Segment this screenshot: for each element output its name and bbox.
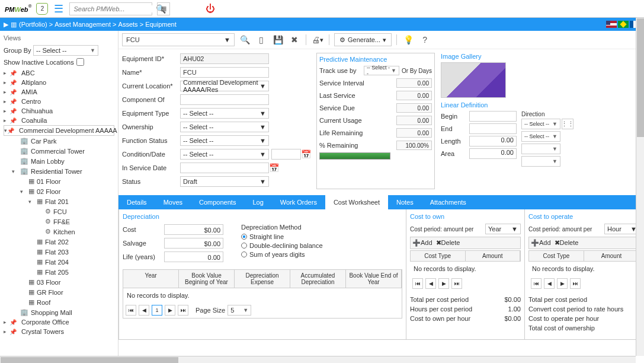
- direction-select-2[interactable]: -- Select --▼: [521, 131, 560, 142]
- tree-item[interactable]: ▦Roof: [4, 297, 114, 307]
- component_of-input[interactable]: [180, 94, 269, 105]
- own-cp-select[interactable]: Year▼: [485, 224, 521, 234]
- track-select[interactable]: -- Select --▼: [364, 66, 399, 75]
- tree-item[interactable]: ▸📌ABC: [4, 68, 114, 78]
- tab-notes[interactable]: Notes: [388, 195, 422, 209]
- tree-item[interactable]: ▾▦Flat 201: [4, 196, 114, 206]
- calendar-icon[interactable]: 📅: [269, 161, 278, 174]
- page-num[interactable]: 1: [152, 305, 162, 316]
- end-input[interactable]: [469, 123, 517, 134]
- page-size-select[interactable]: 5▼: [228, 305, 251, 316]
- save-icon[interactable]: 💾: [271, 33, 284, 46]
- tree-item[interactable]: 🏢Commercial Tower: [4, 146, 114, 156]
- tree-item[interactable]: ▦Flat 205: [4, 267, 114, 277]
- direction-select-4[interactable]: ▼: [521, 156, 560, 167]
- life-input[interactable]: 0.00: [164, 251, 223, 262]
- print-icon[interactable]: 🖨▾: [311, 33, 324, 46]
- generate-button[interactable]: ⚙Generate...▾: [334, 33, 392, 46]
- tree-item[interactable]: ▾🏢Residential Tower: [4, 166, 114, 176]
- flag-br[interactable]: [618, 21, 629, 28]
- tree-item[interactable]: ▸📌Crystal Towers: [4, 327, 114, 336]
- tree-item[interactable]: ▾▦02 Floor: [4, 186, 114, 196]
- op-delete[interactable]: ✖Delete: [555, 239, 579, 247]
- grab-icon[interactable]: ⋮⋮: [562, 119, 573, 129]
- op-add[interactable]: ➕Add: [531, 239, 551, 247]
- cost-input[interactable]: $0.00: [164, 224, 223, 235]
- page-prev[interactable]: ◀: [544, 278, 555, 289]
- own-add[interactable]: ➕Add: [412, 239, 432, 247]
- radio-straight[interactable]: Straight line: [241, 233, 323, 240]
- tree-item[interactable]: 🏢Shopping Mall: [4, 307, 114, 317]
- scrollbar-horizontal[interactable]: [0, 356, 636, 363]
- equip_type-select[interactable]: -- Select --▼: [180, 108, 269, 119]
- tree-item[interactable]: ▦GR Floor: [4, 287, 114, 297]
- tree-item[interactable]: ⚙Kitchen: [4, 227, 114, 237]
- location-select[interactable]: Commercial Development AAAAA/Res▼: [180, 81, 269, 91]
- bc-am[interactable]: Asset Management: [55, 21, 111, 28]
- scrollbar-vertical[interactable]: [636, 18, 644, 356]
- ownership-select[interactable]: -- Select --▼: [180, 122, 269, 132]
- tab-components[interactable]: Components: [191, 195, 244, 209]
- record-select[interactable]: FCU▼: [122, 33, 235, 46]
- menu-icon[interactable]: ☰: [54, 2, 63, 15]
- apps-icon[interactable]: ▦: [157, 2, 170, 15]
- tree-item[interactable]: ▸📌Corporate Office: [4, 317, 114, 327]
- page-last[interactable]: ⏭: [451, 278, 462, 289]
- own-delete[interactable]: ✖Delete: [436, 239, 460, 247]
- bc-portfolio[interactable]: (Portfolio): [19, 21, 47, 28]
- tree-item[interactable]: ▸📌Chihuahua: [4, 106, 114, 116]
- tree-item[interactable]: ▦Flat 204: [4, 257, 114, 267]
- page-next[interactable]: ▶: [165, 305, 175, 316]
- tree-item[interactable]: ⚙FF&E: [4, 216, 114, 227]
- flag-us[interactable]: [606, 21, 617, 28]
- tree-item[interactable]: ▸📌Centro: [4, 97, 114, 106]
- salvage-input[interactable]: $0.00: [164, 238, 223, 249]
- bc-assets[interactable]: Assets: [118, 21, 138, 28]
- search-input[interactable]: 🔍: [69, 2, 152, 15]
- tree-item[interactable]: ▦03 Floor: [4, 277, 114, 287]
- page-prev[interactable]: ◀: [139, 305, 149, 316]
- begin-input[interactable]: [469, 111, 517, 122]
- search-icon[interactable]: 🔍: [238, 33, 251, 46]
- radio-sum[interactable]: Sum of years digits: [241, 251, 323, 258]
- tree-item[interactable]: ▾📌Commercial Development AAAAA: [4, 125, 114, 136]
- equipment_id-input[interactable]: [180, 53, 269, 64]
- radio-double[interactable]: Double-declining balance: [241, 242, 323, 249]
- tree-item[interactable]: ⚙FCU: [4, 206, 114, 216]
- idea-icon[interactable]: 💡: [402, 33, 415, 46]
- page-next[interactable]: ▶: [557, 278, 568, 289]
- page-next[interactable]: ▶: [438, 278, 449, 289]
- condition-select[interactable]: -- Select --▼: [180, 149, 269, 160]
- module-icon[interactable]: ▥: [11, 21, 17, 28]
- groupby-select[interactable]: -- Select --▼: [33, 45, 98, 56]
- func_status-select[interactable]: -- Select --▼: [180, 135, 269, 146]
- help-icon[interactable]: ?: [418, 33, 431, 46]
- page-prev[interactable]: ◀: [425, 278, 436, 289]
- page-last[interactable]: ⏭: [178, 305, 188, 316]
- tree-item[interactable]: ▦Flat 203: [4, 247, 114, 257]
- tab-log[interactable]: Log: [244, 195, 271, 209]
- new-icon[interactable]: ▯: [255, 33, 268, 46]
- page-first[interactable]: ⏮: [531, 278, 542, 289]
- tab-cost-worksheet[interactable]: Cost Worksheet: [325, 195, 388, 209]
- page-first[interactable]: ⏮: [412, 278, 423, 289]
- name-input[interactable]: [180, 67, 269, 78]
- tree-item[interactable]: ▦Flat 202: [4, 237, 114, 247]
- direction-select-1[interactable]: -- Select --▼: [521, 119, 560, 129]
- tab-attachments[interactable]: Attachments: [422, 195, 475, 209]
- page-first[interactable]: ⏮: [126, 305, 136, 316]
- condition-date[interactable]: [271, 149, 301, 160]
- op-cp-select[interactable]: Hour▼: [604, 224, 640, 234]
- tree-item[interactable]: 🏢Car Park: [4, 136, 114, 146]
- tree-item[interactable]: ▸📌Coahuila: [4, 116, 114, 125]
- tree-item[interactable]: ▦01 Floor: [4, 176, 114, 186]
- in_service-input[interactable]: [180, 163, 269, 173]
- calendar-icon[interactable]: 📅: [301, 148, 310, 161]
- tree-item[interactable]: ▸📌AMIA: [4, 87, 114, 97]
- tab-work-orders[interactable]: Work Orders: [272, 195, 325, 209]
- status-select[interactable]: Draft▼: [180, 176, 269, 187]
- page-last[interactable]: ⏭: [570, 278, 581, 289]
- tree-item[interactable]: ▸📌Altiplano: [4, 78, 114, 87]
- power-icon[interactable]: ⏻: [206, 4, 215, 14]
- delete-icon[interactable]: ✖: [288, 33, 301, 46]
